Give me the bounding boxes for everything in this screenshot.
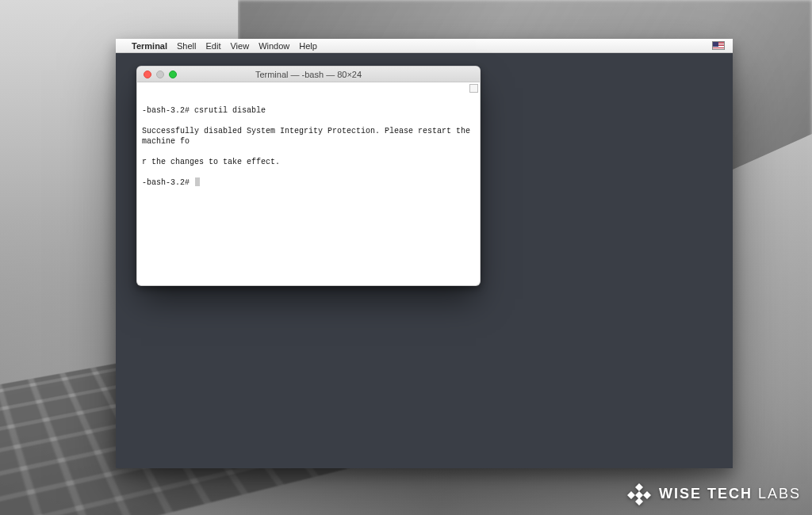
menu-bar: Terminal Shell Edit View Window Help bbox=[116, 39, 733, 53]
menu-shell[interactable]: Shell bbox=[177, 41, 196, 51]
watermark-secondary: LABS bbox=[758, 486, 801, 502]
window-controls bbox=[137, 71, 177, 78]
svg-marker-1 bbox=[627, 491, 635, 499]
terminal-line: r the changes to take effect. bbox=[142, 158, 280, 166]
terminal-line: Successfully disabled System Integrity P… bbox=[142, 127, 475, 146]
menu-edit[interactable]: Edit bbox=[206, 41, 221, 51]
svg-marker-0 bbox=[635, 483, 643, 491]
svg-marker-2 bbox=[643, 491, 651, 499]
watermark: WISE TECH LABS bbox=[627, 482, 801, 505]
zoom-button[interactable] bbox=[169, 71, 177, 78]
scroll-indicator-icon bbox=[469, 84, 478, 93]
menu-help[interactable]: Help bbox=[299, 41, 317, 51]
terminal-window: Terminal — -bash — 80×24 -bash-3.2# csru… bbox=[136, 66, 481, 286]
menu-window[interactable]: Window bbox=[259, 41, 289, 51]
watermark-primary: WISE TECH bbox=[659, 486, 753, 502]
terminal-title: Terminal — -bash — 80×24 bbox=[137, 70, 480, 79]
terminal-titlebar[interactable]: Terminal — -bash — 80×24 bbox=[137, 67, 480, 82]
watermark-text: WISE TECH LABS bbox=[659, 486, 801, 502]
input-source-flag-icon[interactable] bbox=[712, 41, 725, 50]
minimize-button[interactable] bbox=[156, 71, 164, 78]
watermark-logo-icon bbox=[627, 482, 651, 505]
terminal-line: -bash-3.2# csrutil disable bbox=[142, 106, 266, 115]
terminal-line: -bash-3.2# bbox=[142, 178, 194, 187]
menu-view[interactable]: View bbox=[230, 41, 249, 51]
menubar-app-name[interactable]: Terminal bbox=[132, 41, 167, 51]
svg-marker-4 bbox=[635, 498, 643, 505]
macos-desktop: Terminal Shell Edit View Window Help Ter… bbox=[116, 39, 733, 468]
close-button[interactable] bbox=[144, 71, 151, 78]
terminal-cursor bbox=[195, 177, 200, 186]
terminal-content[interactable]: -bash-3.2# csrutil disable Successfully … bbox=[137, 82, 480, 285]
